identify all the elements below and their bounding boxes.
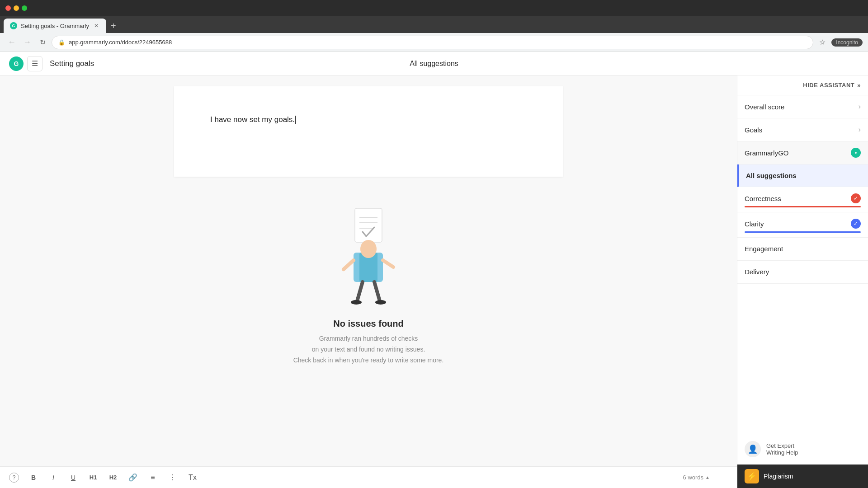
svg-point-12 [375,300,386,305]
link-button[interactable]: 🔗 [127,471,139,484]
forward-button[interactable]: → [21,36,33,49]
maximize-control[interactable] [22,5,27,11]
page-title: Setting goals [50,59,94,68]
bookmark-button[interactable]: ☆ [816,36,829,49]
tab-favicon: G [10,22,17,29]
correctness-progress-bar [745,206,861,207]
svg-line-8 [383,260,393,267]
all-suggestions-header: All suggestions [410,60,458,68]
editor-area: I have now set my goals. [0,75,737,488]
underline-button[interactable]: U [67,471,80,484]
url-text: app.grammarly.com/ddocs/2249655688 [69,39,172,46]
clarity-item[interactable]: Clarity ✓ [737,212,868,238]
goals-label: Goals [745,126,762,134]
svg-line-9 [357,282,363,301]
overall-score-label: Overall score [745,103,784,111]
svg-line-10 [374,282,380,301]
editor-toolbar: ? B I U H1 H2 🔗 ≡ ⋮ Tx 6 words ▲ [0,466,737,488]
correctness-check-icon: ✓ [851,193,861,203]
tab-title: Setting goals - Grammarly [21,23,89,29]
address-bar[interactable]: 🔒 app.grammarly.com/ddocs/2249655688 [52,36,813,49]
engagement-item[interactable]: Engagement [737,238,868,261]
correctness-label: Correctness [745,195,781,202]
text-cursor [295,116,296,124]
new-tab-button[interactable]: + [106,19,121,33]
h1-button[interactable]: H1 [87,471,99,484]
plagiarism-label: Plagiarism [764,473,793,480]
clarity-check-icon: ✓ [851,219,861,229]
profile-button[interactable]: Incognito [831,38,863,47]
svg-point-11 [351,300,362,305]
window-controls [5,5,27,11]
get-expert-item[interactable]: 👤 Get Expert Writing Help [737,434,868,465]
correctness-item[interactable]: Correctness ✓ [737,187,868,212]
bold-button[interactable]: B [27,471,40,484]
reload-button[interactable]: ↻ [36,36,49,49]
delivery-label: Delivery [745,268,769,276]
italic-button[interactable]: I [47,471,60,484]
ordered-list-button[interactable]: ≡ [146,471,159,484]
no-issues-line2: on your text and found no writing issues… [312,344,425,355]
goals-item[interactable]: Goals › [737,118,868,141]
svg-rect-0 [355,208,382,242]
grammarly-logo: G [9,56,24,71]
unordered-list-button[interactable]: ⋮ [166,471,179,484]
no-issues-area: No issues found Grammarly ran hundreds o… [174,186,563,384]
clear-formatting-button[interactable]: Tx [186,471,199,484]
word-count-arrow: ▲ [705,475,710,480]
lock-icon: 🔒 [58,39,65,46]
svg-point-6 [360,240,377,258]
grammarly-go-item[interactable]: GrammarlyGO ✦ [737,141,868,164]
plagiarism-lightning-icon: ⚡ [745,469,759,483]
menu-button[interactable]: ☰ [27,56,42,71]
svg-line-7 [344,260,354,269]
delivery-item[interactable]: Delivery [737,261,868,284]
get-expert-label: Get Expert Writing Help [766,442,798,456]
tab-close-icon[interactable]: ✕ [93,22,100,29]
expert-icon: 👤 [745,441,761,457]
close-control[interactable] [5,5,11,11]
overall-score-chevron: › [859,103,861,111]
no-issues-illustration [335,204,402,308]
grammarly-go-badge: ✦ [851,148,861,158]
goals-chevron: › [859,126,861,134]
clarity-progress-bar [745,231,861,233]
hide-chevron: » [857,82,861,89]
no-issues-title: No issues found [333,319,404,329]
active-tab[interactable]: G Setting goals - Grammarly ✕ [4,19,106,33]
hide-assistant-button[interactable]: HIDE ASSISTANT » [737,75,868,95]
grammarly-go-label: GrammarlyGO [745,149,789,157]
engagement-label: Engagement [745,245,783,253]
plagiarism-bar[interactable]: ⚡ Plagiarism [737,465,868,488]
word-count[interactable]: 6 words ▲ [683,474,710,481]
back-button[interactable]: ← [5,36,18,49]
all-suggestions-label: All suggestions [746,172,797,179]
help-button[interactable]: ? [9,473,19,483]
no-issues-line1: Grammarly ran hundreds of checks [319,333,418,344]
app-topbar: G ☰ Setting goals All suggestions [0,52,868,75]
h2-button[interactable]: H2 [107,471,119,484]
no-issues-line3: Check back in when you're ready to write… [293,355,444,366]
editor-paper[interactable]: I have now set my goals. [174,86,563,177]
clarity-label: Clarity [745,220,764,228]
right-panel: HIDE ASSISTANT » Overall score › Goals ›… [737,75,868,488]
minimize-control[interactable] [14,5,19,11]
overall-score-item[interactable]: Overall score › [737,95,868,118]
editor-text[interactable]: I have now set my goals. [210,113,527,127]
all-suggestions-item[interactable]: All suggestions [737,164,868,187]
